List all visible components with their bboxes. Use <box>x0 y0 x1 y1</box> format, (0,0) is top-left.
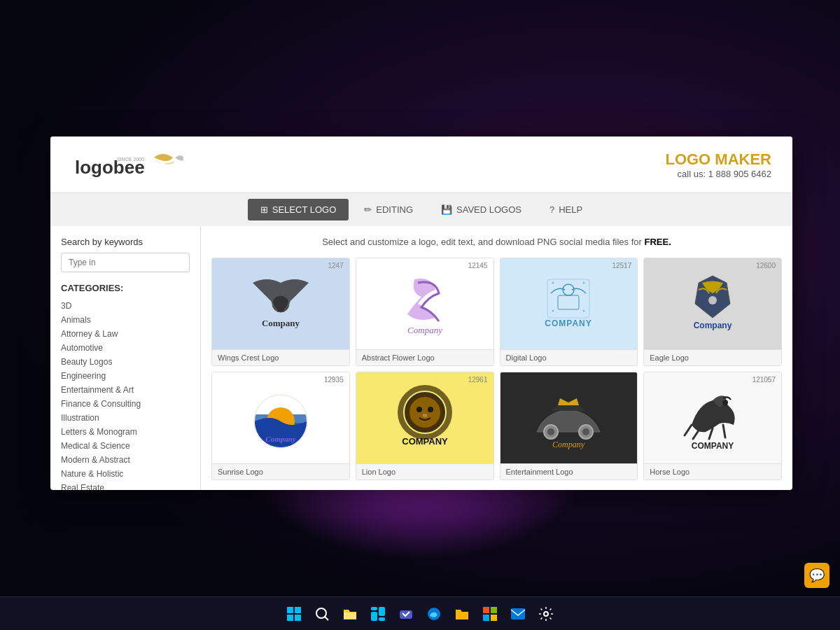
svg-text:Company: Company <box>694 321 732 330</box>
logo-card-1[interactable]: 1214512145 Company Abstract Flower Logo <box>356 258 494 366</box>
logo-card-6[interactable]: Company Entertainment Logo <box>500 372 638 480</box>
logo-grid-area: Select and customize a logo, edit text, … <box>201 226 792 490</box>
category-item-letters---monogram[interactable]: Letters & Monogram <box>61 425 190 439</box>
nav-bar: ⊞ SELECT LOGO ✏ EDITING 💾 SAVED LOGOS ? … <box>50 193 792 226</box>
settings-taskbar-icon[interactable] <box>535 603 557 625</box>
grid-icon: ⊞ <box>260 204 268 215</box>
svg-text:Company: Company <box>552 440 585 449</box>
category-item-entertainment---art[interactable]: Entertainment & Art <box>61 383 190 397</box>
category-item-automotive[interactable]: Automotive <box>61 341 190 355</box>
svg-rect-36 <box>295 607 301 613</box>
svg-rect-41 <box>371 607 377 610</box>
svg-rect-7 <box>558 295 579 309</box>
logo-card-3[interactable]: 1260012600 Company Eagle Logo <box>643 258 782 366</box>
nav-saved-logos[interactable]: 💾 SAVED LOGOS <box>428 199 534 220</box>
svg-point-33 <box>722 400 728 405</box>
files-taskbar-icon[interactable] <box>339 603 361 625</box>
logo-card-label-7: Horse Logo <box>644 463 781 479</box>
chat-button[interactable]: 💬 <box>804 563 830 588</box>
logo-card-image-1: 1214512145 Company <box>356 258 493 349</box>
svg-rect-49 <box>483 615 489 621</box>
save-icon: 💾 <box>441 204 452 215</box>
category-item-beauty-logos[interactable]: Beauty Logos <box>61 355 190 369</box>
svg-rect-38 <box>295 615 301 621</box>
search-input[interactable] <box>61 253 190 272</box>
svg-point-10 <box>552 310 554 312</box>
categories-label: CATEGORIES: <box>61 283 190 293</box>
svg-point-39 <box>316 608 326 618</box>
category-item-animals[interactable]: Animals <box>61 313 190 327</box>
svg-point-11 <box>583 310 585 312</box>
logo-card-id-4: 12935 <box>324 376 344 384</box>
logo-card-image-7: 121057121057 COMPANY <box>644 372 781 463</box>
category-item-engineering[interactable]: Engineering <box>61 369 190 383</box>
svg-text:COMPANY: COMPANY <box>545 318 592 328</box>
logo-area: logobee SINCE 2000 <box>71 147 183 182</box>
svg-rect-44 <box>379 617 385 621</box>
svg-point-31 <box>582 428 589 435</box>
nav-editing-label: EDITING <box>376 204 413 215</box>
svg-rect-5 <box>547 279 589 318</box>
category-item-medical---science[interactable]: Medical & Science <box>61 439 190 453</box>
logo-card-7[interactable]: 121057121057 COMPANY Horse Logo <box>643 372 782 480</box>
svg-rect-43 <box>379 607 385 616</box>
nav-help[interactable]: ? HELP <box>537 199 595 220</box>
category-item-illustration[interactable]: Illustration <box>61 411 190 425</box>
logo-card-5[interactable]: 1296112961 COMPANY Lion Logo <box>356 372 494 480</box>
svg-point-8 <box>552 282 554 284</box>
logo-card-image-4: 1293512935 Company <box>212 372 349 463</box>
tagline-bold: FREE. <box>645 237 671 247</box>
phone-number: call us: 1 888 905 6462 <box>665 169 771 179</box>
taskbar <box>0 596 840 630</box>
logo-card-image-0: 12471247 Company <box>212 258 349 349</box>
categories-list: 3DAnimalsAttorney & LawAutomotiveBeauty … <box>61 299 190 490</box>
widgets-taskbar-icon[interactable] <box>367 603 389 625</box>
logo-card-0[interactable]: 12471247 Company Wings Crest Logo <box>211 258 350 366</box>
logo-card-image-3: 1260012600 Company <box>644 258 781 349</box>
logo-card-4[interactable]: 1293512935 Company Sunrise Logo <box>211 372 350 480</box>
nav-select-logo[interactable]: ⊞ SELECT LOGO <box>248 199 349 220</box>
edge-taskbar-icon[interactable] <box>423 603 445 625</box>
logo-card-label-5: Lion Logo <box>356 463 493 479</box>
nav-help-label: HELP <box>559 204 582 215</box>
logo-maker-heading: LOGO MAKER <box>665 150 771 169</box>
logo-grid: 12471247 Company Wings Crest Logo1214512… <box>211 258 782 480</box>
category-item-real-estate[interactable]: Real Estate <box>61 481 190 490</box>
svg-text:Company: Company <box>265 435 296 443</box>
explorer2-taskbar-icon[interactable] <box>451 603 473 625</box>
category-item-finance---consulting[interactable]: Finance & Consulting <box>61 397 190 411</box>
logo-card-id-1: 12145 <box>468 262 488 270</box>
category-item-modern---abstract[interactable]: Modern & Abstract <box>61 453 190 467</box>
svg-rect-48 <box>491 607 497 613</box>
teams-taskbar-icon[interactable] <box>395 603 417 625</box>
search-taskbar-icon[interactable] <box>311 603 333 625</box>
logo-card-image-2: 1251712517 COMPANY <box>500 258 638 349</box>
svg-rect-35 <box>287 607 293 613</box>
mail-taskbar-icon[interactable] <box>507 603 529 625</box>
chat-icon: 💬 <box>809 568 825 583</box>
logo-card-label-6: Entertainment Logo <box>500 463 638 479</box>
svg-point-30 <box>547 428 554 435</box>
category-item-3d[interactable]: 3D <box>61 299 190 313</box>
logo-card-label-2: Digital Logo <box>500 349 638 365</box>
category-item-attorney---law[interactable]: Attorney & Law <box>61 327 190 341</box>
main-content: Search by keywords CATEGORIES: 3DAnimals… <box>50 226 792 490</box>
svg-text:Company: Company <box>407 325 442 335</box>
logo-card-2[interactable]: 1251712517 COMPANY Digital Logo <box>500 258 638 366</box>
nav-select-logo-label: SELECT LOGO <box>272 204 337 215</box>
logo-card-label-4: Sunrise Logo <box>212 463 349 479</box>
svg-point-25 <box>428 407 433 412</box>
svg-text:COMPANY: COMPANY <box>692 441 734 451</box>
store-taskbar-icon[interactable] <box>479 603 501 625</box>
logo-card-id-7: 121057 <box>752 376 776 384</box>
category-item-nature---holistic[interactable]: Nature & Holistic <box>61 467 190 481</box>
logo-card-label-0: Wings Crest Logo <box>212 349 349 365</box>
svg-rect-50 <box>491 615 497 621</box>
logo-card-image-5: 1296112961 COMPANY <box>356 372 493 463</box>
browser-window: logobee SINCE 2000 LOGO MAKER call us: 1… <box>50 136 792 490</box>
svg-line-40 <box>325 617 328 620</box>
windows-taskbar-icon[interactable] <box>283 603 305 625</box>
nav-editing[interactable]: ✏ EDITING <box>351 199 426 220</box>
svg-rect-37 <box>287 615 293 621</box>
svg-text:Company: Company <box>262 318 300 328</box>
